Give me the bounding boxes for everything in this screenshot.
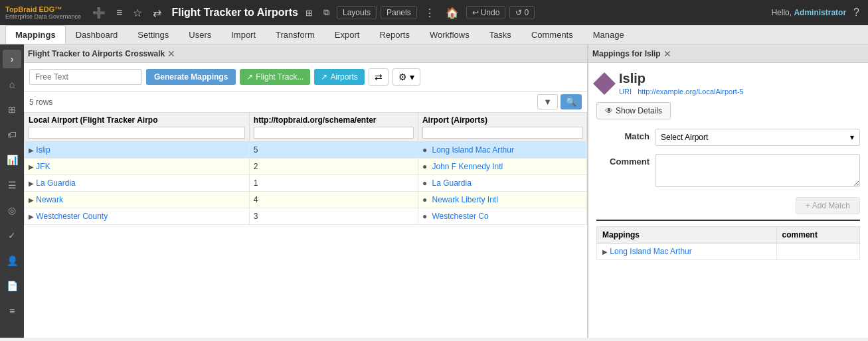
tab-dashboard[interactable]: Dashboard	[66, 25, 128, 44]
swap-arrows-btn[interactable]: ⇄	[369, 68, 389, 86]
col1-value[interactable]: JFK	[36, 162, 50, 171]
tab-mappings[interactable]: Mappings	[5, 25, 66, 44]
col-header-url: http://topbraid.org/schema/enter	[249, 113, 418, 142]
col2-cell: 2	[249, 159, 418, 175]
redo-count-btn[interactable]: ↺ 0	[509, 6, 535, 19]
mapping-comment-cell	[776, 243, 859, 260]
free-text-input[interactable]	[29, 69, 142, 85]
tab-users[interactable]: Users	[179, 25, 221, 44]
entity-header: Islip URI http://example.org/LocalAirpor…	[596, 71, 860, 96]
tab-manage[interactable]: Manage	[583, 25, 634, 44]
entity-uri-link[interactable]: http://example.org/LocalAirport-5	[638, 88, 744, 96]
col1-value[interactable]: Newark	[36, 195, 63, 204]
grid-icon-btn[interactable]: ⊞	[302, 7, 316, 19]
crosswalk-panel-close[interactable]: ✕	[167, 48, 175, 59]
star-button[interactable]: ☆	[130, 5, 145, 21]
show-details-btn[interactable]: 👁 Show Details	[596, 102, 671, 119]
sidebar-arrow-btn[interactable]: ›	[3, 50, 21, 68]
sidebar-person-btn[interactable]: 👤	[3, 251, 21, 270]
col2-value: 1	[254, 178, 258, 188]
add-match-btn[interactable]: + Add Match	[796, 197, 860, 214]
shuffle-button[interactable]: ⇄	[149, 5, 165, 21]
sidebar-bar-chart-btn[interactable]: 📊	[3, 151, 21, 169]
gear-settings-btn[interactable]: ⚙ ▾	[392, 68, 420, 86]
match-field-row: Match Select Airport ▾	[596, 129, 860, 146]
layouts-btn[interactable]: Layouts	[337, 6, 377, 19]
tab-settings[interactable]: Settings	[128, 25, 179, 44]
sidebar-tag-btn[interactable]: 🏷	[3, 125, 21, 144]
search-btn[interactable]: 🔍	[561, 94, 582, 109]
sidebar-lines-btn[interactable]: ≡	[3, 302, 21, 320]
panels-area: Flight Tracker to Airports Crosswalk ✕ G…	[24, 44, 868, 338]
tab-comments[interactable]: Comments	[521, 25, 583, 44]
sidebar-list-btn[interactable]: ☰	[3, 176, 21, 194]
sidebar-circle-btn[interactable]: ◎	[3, 201, 21, 220]
crosswalk-toolbar: Generate Mappings ↗ Flight Track... ↗ Ai…	[24, 63, 587, 92]
tab-import[interactable]: Import	[221, 25, 266, 44]
bullet-icon: ●	[422, 145, 427, 155]
mappings-header-row: Mappings comment	[597, 227, 860, 243]
col1-value[interactable]: La Guardia	[36, 178, 75, 188]
more-options-btn[interactable]: ⋮	[421, 5, 438, 21]
mappings-row[interactable]: ▶ Long Island Mac Arthur	[597, 243, 860, 260]
menu-button[interactable]: ≡	[113, 5, 126, 20]
app-title: Flight Tracker to Airports	[171, 7, 298, 19]
layers-icon-btn[interactable]: ⧉	[320, 6, 333, 19]
row-expand-icon[interactable]: ▶	[29, 147, 34, 154]
expand-cell: ▶ Islip	[25, 142, 250, 159]
flight-track-btn[interactable]: ↗ Flight Track...	[240, 69, 310, 85]
entity-uri: URI http://example.org/LocalAirport-5	[619, 88, 744, 96]
col3-value[interactable]: Westchester Co	[432, 212, 488, 221]
add-button[interactable]: ➕	[89, 5, 109, 21]
tab-reports[interactable]: Reports	[369, 25, 420, 44]
generate-mappings-btn[interactable]: Generate Mappings	[146, 69, 236, 85]
mappings-expand-icon[interactable]: ▶	[602, 248, 608, 255]
col1-value[interactable]: Westchester County	[36, 212, 108, 221]
admin-link[interactable]: Administrator	[794, 8, 846, 17]
panels-btn[interactable]: Panels	[381, 6, 417, 19]
right-panel-header: Mappings for Islip ✕	[588, 44, 868, 63]
crosswalk-table: Local Airport (Flight Tracker Airpo http…	[24, 112, 587, 225]
home-btn[interactable]: 🏠	[442, 5, 462, 21]
col3-value[interactable]: John F Kennedy Intl	[432, 162, 503, 171]
entity-name: Islip	[619, 71, 744, 86]
col3-value[interactable]: La Guardia	[432, 178, 471, 188]
row-expand-icon[interactable]: ▶	[29, 180, 34, 187]
col1-value[interactable]: Islip	[36, 145, 50, 155]
comment-textarea[interactable]	[655, 154, 860, 187]
airports-btn[interactable]: ↗ Airports	[314, 69, 364, 85]
tab-transform[interactable]: Transform	[266, 25, 325, 44]
expand-cell: ▶ La Guardia	[25, 175, 250, 192]
sidebar-check-btn[interactable]: ✓	[3, 226, 21, 245]
col3-value[interactable]: Long Island Mac Arthur	[432, 145, 513, 155]
select-airport[interactable]: Select Airport ▾	[655, 129, 860, 146]
table-row[interactable]: ▶ Westchester County 3 ● Westchester Co	[25, 208, 587, 225]
help-btn[interactable]: ?	[850, 5, 863, 20]
sidebar-grid-btn[interactable]: ⊞	[3, 100, 21, 119]
table-row[interactable]: ▶ JFK 2 ● John F Kennedy Intl	[25, 159, 587, 175]
undo-btn[interactable]: ↩ Undo	[466, 6, 506, 19]
sidebar-home-btn[interactable]: ⌂	[3, 75, 21, 94]
row-expand-icon[interactable]: ▶	[29, 163, 34, 170]
col-filter-local[interactable]	[29, 127, 245, 139]
tab-workflows[interactable]: Workflows	[420, 25, 479, 44]
crosswalk-panel: Flight Tracker to Airports Crosswalk ✕ G…	[24, 44, 588, 338]
table-row[interactable]: ▶ La Guardia 1 ● La Guardia	[25, 175, 587, 192]
col-filter-url[interactable]	[254, 127, 414, 139]
table-row[interactable]: ▶ Islip 5 ● Long Island Mac Arthur	[25, 142, 587, 159]
col3-value[interactable]: Newark Liberty Intl	[432, 195, 497, 204]
filter-btn[interactable]: ▼	[537, 94, 558, 109]
mappings-section: Mappings comment ▶ Long Island Mac Arthu…	[596, 220, 860, 260]
col-filter-airport[interactable]	[422, 127, 582, 139]
mapping-value[interactable]: Long Island Mac Arthur	[610, 247, 691, 256]
table-row[interactable]: ▶ Newark 4 ● Newark Liberty Intl	[25, 192, 587, 208]
row-expand-icon[interactable]: ▶	[29, 213, 34, 220]
tab-export[interactable]: Export	[325, 25, 370, 44]
row-expand-icon[interactable]: ▶	[29, 196, 34, 204]
sidebar-doc-btn[interactable]: 📄	[3, 277, 21, 295]
right-panel-close[interactable]: ✕	[663, 48, 671, 59]
airports-icon: ↗	[321, 72, 327, 82]
mappings-table: Mappings comment ▶ Long Island Mac Arthu…	[596, 226, 860, 260]
tab-tasks[interactable]: Tasks	[479, 25, 521, 44]
bullet-icon: ●	[422, 178, 427, 188]
